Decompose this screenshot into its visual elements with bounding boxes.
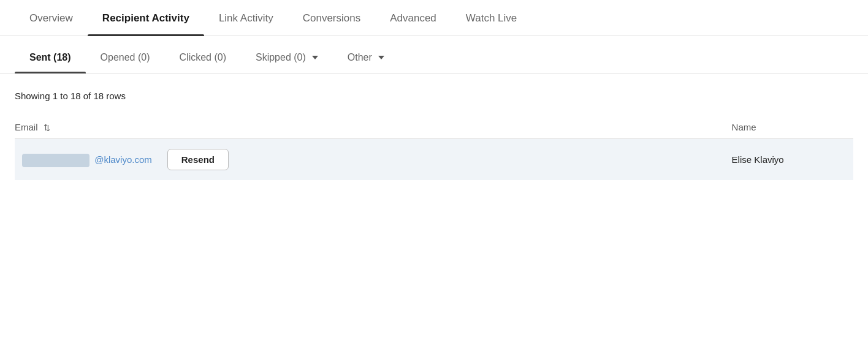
subtab-skipped[interactable]: Skipped (0) [241, 41, 333, 73]
tab-advanced[interactable]: Advanced [375, 0, 451, 36]
tab-link-activity[interactable]: Link Activity [204, 0, 288, 36]
email-sort-icon[interactable]: ⇅ [44, 123, 50, 132]
email-link[interactable]: @klaviyo.com [94, 154, 152, 165]
resend-button[interactable]: Resend [167, 149, 229, 170]
chevron-down-icon [378, 56, 384, 59]
main-content: Showing 1 to 18 of 18 rows Email ⇅ Name … [0, 74, 868, 180]
subtab-opened[interactable]: Opened (0) [86, 41, 165, 73]
email-blur-placeholder [22, 154, 89, 167]
chevron-down-icon [312, 56, 318, 59]
col-header-name: Name [725, 116, 853, 139]
tab-watch-live[interactable]: Watch Live [451, 0, 531, 36]
subtab-clicked[interactable]: Clicked (0) [165, 41, 241, 73]
showing-rows-text: Showing 1 to 18 of 18 rows [15, 91, 853, 101]
tab-overview[interactable]: Overview [15, 0, 88, 36]
subtab-other[interactable]: Other [333, 41, 399, 73]
tab-recipient-activity[interactable]: Recipient Activity [88, 0, 204, 36]
recipient-table: Email ⇅ Name @klaviyo.com Resend Elise K… [15, 116, 853, 180]
email-cell: @klaviyo.com Resend [15, 139, 725, 181]
top-nav: Overview Recipient Activity Link Activit… [0, 0, 868, 36]
table-row: @klaviyo.com Resend Elise Klaviyo [15, 139, 853, 181]
tab-conversions[interactable]: Conversions [288, 0, 376, 36]
sub-tabs: Sent (18) Opened (0) Clicked (0) Skipped… [0, 41, 868, 74]
col-header-email: Email ⇅ [15, 116, 725, 139]
subtab-sent[interactable]: Sent (18) [15, 41, 86, 73]
name-cell: Elise Klaviyo [725, 139, 853, 181]
